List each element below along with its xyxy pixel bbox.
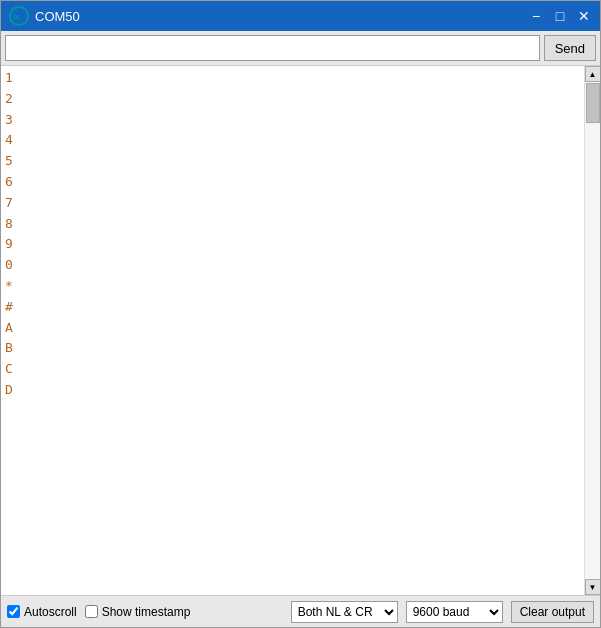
list-item: 7 <box>5 193 580 214</box>
window: ∞ COM50 − □ ✕ Send 1234567890*#ABCD ▲ ▼ … <box>0 0 601 628</box>
scrollbar: ▲ ▼ <box>584 66 600 595</box>
minimize-button[interactable]: − <box>528 8 544 24</box>
list-item: 8 <box>5 214 580 235</box>
list-item: 6 <box>5 172 580 193</box>
status-bar: Autoscroll Show timestamp No line ending… <box>1 595 600 627</box>
list-item: D <box>5 380 580 401</box>
list-item: 9 <box>5 234 580 255</box>
autoscroll-group: Autoscroll <box>7 605 77 619</box>
autoscroll-label[interactable]: Autoscroll <box>24 605 77 619</box>
timestamp-label[interactable]: Show timestamp <box>102 605 191 619</box>
list-item: B <box>5 338 580 359</box>
list-item: 0 <box>5 255 580 276</box>
list-item: 2 <box>5 89 580 110</box>
serial-input[interactable] <box>5 35 540 61</box>
nl-cr-dropdown[interactable]: No line endingNewlineCarriage returnBoth… <box>291 601 398 623</box>
output-content: 1234567890*#ABCD <box>1 66 584 595</box>
list-item: 1 <box>5 68 580 89</box>
app-logo: ∞ <box>9 6 29 26</box>
list-item: C <box>5 359 580 380</box>
scrollbar-thumb[interactable] <box>586 83 600 123</box>
baud-dropdown[interactable]: 300 baud1200 baud2400 baud4800 baud9600 … <box>406 601 503 623</box>
send-button[interactable]: Send <box>544 35 596 61</box>
list-item: 5 <box>5 151 580 172</box>
list-item: 3 <box>5 110 580 131</box>
list-item: * <box>5 276 580 297</box>
window-title: COM50 <box>35 9 528 24</box>
list-item: A <box>5 318 580 339</box>
autoscroll-checkbox[interactable] <box>7 605 20 618</box>
clear-output-button[interactable]: Clear output <box>511 601 594 623</box>
timestamp-checkbox[interactable] <box>85 605 98 618</box>
title-bar: ∞ COM50 − □ ✕ <box>1 1 600 31</box>
scrollbar-track[interactable] <box>585 82 600 579</box>
scroll-up-button[interactable]: ▲ <box>585 66 601 82</box>
svg-text:∞: ∞ <box>13 11 20 22</box>
maximize-button[interactable]: □ <box>552 8 568 24</box>
list-item: 4 <box>5 130 580 151</box>
timestamp-group: Show timestamp <box>85 605 191 619</box>
window-controls: − □ ✕ <box>528 8 592 24</box>
input-bar: Send <box>1 31 600 66</box>
scroll-down-button[interactable]: ▼ <box>585 579 601 595</box>
list-item: # <box>5 297 580 318</box>
output-area: 1234567890*#ABCD ▲ ▼ <box>1 66 600 595</box>
close-button[interactable]: ✕ <box>576 8 592 24</box>
